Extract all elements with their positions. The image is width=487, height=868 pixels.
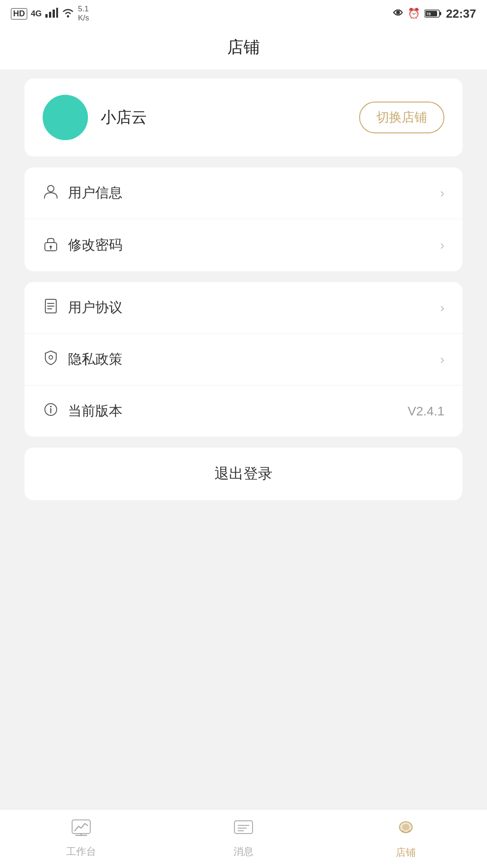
nav-item-workbench[interactable]: 工作台 [0,819,162,858]
svg-point-30 [402,824,409,830]
profile-card: 小店云 切换店铺 [24,78,463,156]
current-version-right: V2.4.1 [408,404,444,419]
svg-rect-21 [72,820,90,834]
time: 22:37 [446,7,477,21]
page-title: 店铺 [227,38,260,56]
user-info-left: 用户信息 [43,184,122,202]
nav-item-messages[interactable]: 消息 [162,819,325,858]
change-password-left: 修改密码 [43,235,122,255]
network-speed: 5.1K/s [78,5,89,23]
avatar [43,95,88,140]
messages-nav-label: 消息 [234,845,253,858]
svg-rect-0 [45,14,48,18]
change-password-item[interactable]: 修改密码 › [24,219,463,271]
shield-icon [43,350,59,369]
menu-card-2: 用户协议 › 隐私政策 › [24,282,463,437]
status-right: 👁 ⏰ 78 22:37 [393,7,477,21]
svg-point-17 [49,356,53,359]
signal-4g: 4G [31,9,42,19]
logout-card[interactable]: 退出登录 [24,448,463,500]
battery-icon: 78 [424,9,442,18]
alarm-icon: ⏰ [408,8,420,20]
privacy-policy-left: 隐私政策 [43,350,122,369]
menu-card-1: 用户信息 › 修改密码 › [24,167,463,271]
svg-rect-24 [234,821,253,834]
logout-label: 退出登录 [214,465,273,482]
privacy-policy-right: › [440,352,444,367]
nav-item-store[interactable]: 店铺 [325,818,487,859]
user-info-item[interactable]: 用户信息 › [24,167,463,219]
eye-icon: 👁 [393,8,403,20]
store-icon [396,818,416,842]
version-value: V2.4.1 [408,404,444,419]
workbench-nav-label: 工作台 [66,845,96,858]
current-version-left: 当前版本 [43,402,122,420]
messages-icon [234,819,253,841]
privacy-policy-label: 隐私政策 [68,350,122,369]
svg-text:78: 78 [426,12,431,16]
svg-rect-3 [56,8,58,18]
status-left: HD 4G 5.1K/s [11,5,89,23]
hd-badge: HD [11,8,27,20]
chevron-right-icon-4: › [440,352,444,367]
info-icon [43,402,59,420]
change-password-label: 修改密码 [68,236,122,254]
doc-icon [43,298,59,317]
svg-point-20 [50,406,52,408]
wifi-icon [62,8,74,20]
store-nav-label: 店铺 [396,846,416,859]
user-agreement-item[interactable]: 用户协议 › [24,282,463,334]
svg-rect-1 [49,12,51,18]
lock-icon [43,235,59,255]
store-name: 小店云 [101,107,147,128]
user-info-label: 用户信息 [68,184,122,202]
chevron-right-icon-3: › [440,301,444,315]
page-header: 店铺 [0,27,487,69]
user-agreement-left: 用户协议 [43,298,122,317]
switch-store-button[interactable]: 切换店铺 [359,102,444,133]
change-password-right: › [440,238,444,253]
chevron-right-icon: › [440,186,444,200]
signal-bars-icon [45,8,58,20]
workbench-icon [71,819,91,841]
svg-point-4 [67,15,69,17]
status-bar: HD 4G 5.1K/s 👁 ⏰ [0,0,487,27]
svg-rect-6 [439,12,441,15]
current-version-label: 当前版本 [68,402,122,420]
user-icon [43,184,59,202]
svg-point-9 [48,185,54,192]
user-agreement-right: › [440,301,444,315]
user-info-right: › [440,186,444,200]
profile-left: 小店云 [43,95,147,140]
content-area: 小店云 切换店铺 用户信息 › [0,69,487,500]
svg-rect-2 [53,10,55,18]
current-version-item: 当前版本 V2.4.1 [24,385,463,437]
chevron-right-icon-2: › [440,238,444,253]
privacy-policy-item[interactable]: 隐私政策 › [24,334,463,385]
user-agreement-label: 用户协议 [68,298,122,317]
bottom-nav: 工作台 消息 店铺 [0,809,487,868]
